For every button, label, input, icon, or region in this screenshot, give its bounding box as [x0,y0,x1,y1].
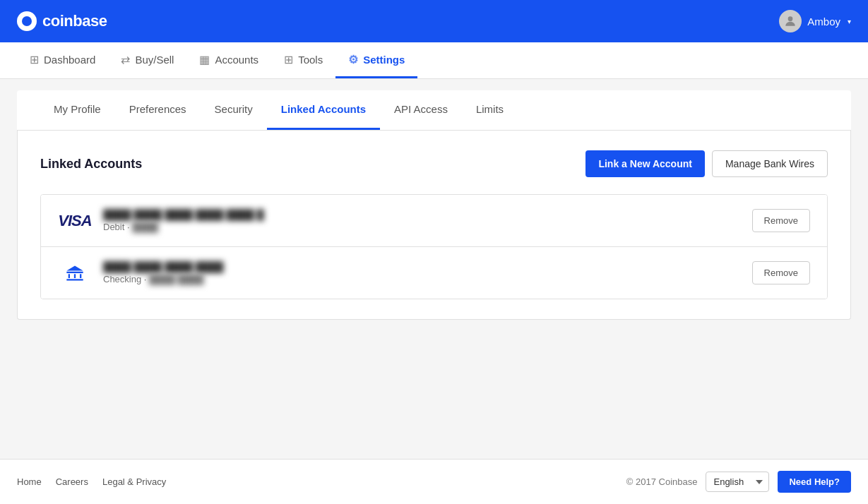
nav-label-settings: Settings [363,54,405,66]
need-help-button[interactable]: Need Help? [778,471,851,493]
bank-icon [58,262,92,284]
logo-text: coinbase [42,12,107,30]
nav-item-accounts[interactable]: ▦ Accounts [186,42,271,78]
nav-item-tools[interactable]: ⊞ Tools [271,42,335,78]
account-info: ████ ████ ████ ████ ████ █ Debit · ████ [103,209,752,232]
remove-bank-button[interactable]: Remove [752,261,810,284]
user-menu[interactable]: Amboy ▾ [779,10,851,32]
tools-icon: ⊞ [284,53,293,66]
tab-limits[interactable]: Limits [462,90,518,130]
link-new-account-button[interactable]: Link a New Account [585,150,705,177]
nav-label-tools: Tools [298,54,323,66]
account-meta: Debit · ████ [103,222,752,232]
header: coinbase Amboy ▾ [0,0,868,42]
settings-tabs: My Profile Preferences Security Linked A… [17,90,851,131]
avatar [779,10,802,32]
account-info: ████ ████ ████ ████ Checking · ████ ████ [103,261,752,284]
table-row: VISA ████ ████ ████ ████ ████ █ Debit · … [41,195,827,247]
nav-item-buysell[interactable]: ⇄ Buy/Sell [108,42,186,78]
language-select[interactable]: English Español Français Deutsch 日本語 [706,472,769,492]
accounts-icon: ▦ [199,53,210,66]
content-area: My Profile Preferences Security Linked A… [0,79,868,459]
table-row: ████ ████ ████ ████ Checking · ████ ████… [41,247,827,299]
tab-my-profile[interactable]: My Profile [40,90,115,130]
account-name: ████ ████ ████ ████ ████ █ [103,209,752,220]
username: Amboy [807,16,840,28]
account-name: ████ ████ ████ ████ [103,261,752,272]
remove-visa-button[interactable]: Remove [752,209,810,232]
footer-link-legal[interactable]: Legal & Privacy [102,476,166,487]
dashboard-icon: ⊞ [30,53,39,66]
tab-api-access[interactable]: API Access [380,90,462,130]
copyright: © 2017 Coinbase [626,476,698,487]
footer-link-home[interactable]: Home [17,476,42,487]
nav-item-settings[interactable]: ⚙ Settings [335,42,417,78]
footer-links: Home Careers Legal & Privacy [17,476,166,487]
accounts-list: VISA ████ ████ ████ ████ ████ █ Debit · … [40,194,828,299]
account-meta: Checking · ████ ████ [103,274,752,284]
footer-right: © 2017 Coinbase English Español Français… [626,471,851,493]
manage-bank-wires-button[interactable]: Manage Bank Wires [712,150,828,177]
logo[interactable]: coinbase [17,11,107,31]
main-content: Linked Accounts Link a New Account Manag… [17,131,851,320]
chevron-down-icon: ▾ [848,18,851,25]
nav-label-buysell: Buy/Sell [135,54,174,66]
tab-preferences[interactable]: Preferences [115,90,201,130]
tab-security[interactable]: Security [201,90,267,130]
visa-icon: VISA [58,210,92,232]
logo-icon [17,11,37,31]
section-header: Linked Accounts Link a New Account Manag… [40,150,828,177]
settings-icon: ⚙ [348,53,358,66]
nav-item-dashboard[interactable]: ⊞ Dashboard [17,42,108,78]
top-nav: ⊞ Dashboard ⇄ Buy/Sell ▦ Accounts ⊞ Tool… [0,42,868,79]
nav-label-dashboard: Dashboard [44,54,95,66]
footer: Home Careers Legal & Privacy © 2017 Coin… [0,459,868,504]
section-title: Linked Accounts [40,157,142,172]
tab-linked-accounts[interactable]: Linked Accounts [267,90,380,130]
buysell-icon: ⇄ [121,53,130,66]
svg-point-0 [788,16,793,21]
footer-link-careers[interactable]: Careers [56,476,88,487]
action-buttons: Link a New Account Manage Bank Wires [585,150,828,177]
nav-label-accounts: Accounts [215,54,258,66]
